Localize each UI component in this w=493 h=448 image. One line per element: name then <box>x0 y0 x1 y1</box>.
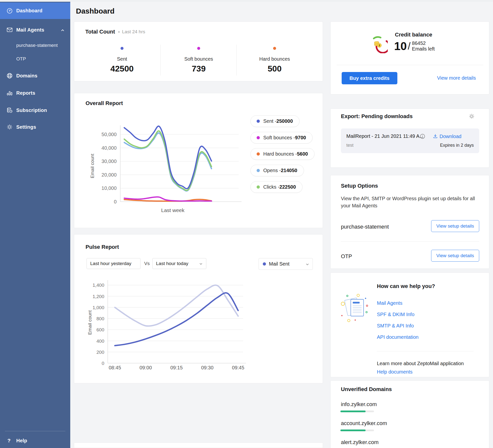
stat-divider <box>160 45 161 75</box>
legend-value: 9700 <box>295 135 306 141</box>
credit-balance-value: 10 / 86452 Emails left <box>394 39 435 53</box>
svg-text:30,000: 30,000 <box>102 159 117 164</box>
legend-pill-hard-bounces[interactable]: Hard bounces -5600 <box>250 148 315 160</box>
overall-report-chart: 010,00020,00030,00040,00050,000Last week… <box>89 118 249 221</box>
chevron-up-icon <box>61 28 65 33</box>
help-link-spf-dkim[interactable]: SPF & DKIM Info <box>377 312 414 317</box>
agent-name: OTP <box>341 253 352 260</box>
compare-right-select[interactable]: Last hour today <box>152 258 206 269</box>
sidebar-item-help[interactable]: ? Help <box>0 434 70 447</box>
pulse-report-title: Pulse Report <box>86 244 119 250</box>
sidebar-item-label: Settings <box>16 124 36 130</box>
legend-label: Soft bounces - <box>263 135 295 141</box>
view-setup-details-button[interactable]: View setup details <box>431 220 479 232</box>
credits-remaining-label: Emails left <box>412 46 435 52</box>
legend-dot <box>257 152 260 156</box>
pulse-report-card: Pulse Report Last hour yesterday Vs Last… <box>74 234 323 383</box>
progress-fill <box>340 411 366 412</box>
help-link-mail-agents[interactable]: Mail Agents <box>377 300 402 306</box>
period-label: Last 24 hrs <box>122 29 145 35</box>
sidebar-item-domains[interactable]: Domains <box>0 69 70 82</box>
mail-sent-dot <box>263 262 266 266</box>
legend-label: Sent - <box>263 118 276 124</box>
progress-fill <box>340 430 366 431</box>
content-bottom-strip <box>74 443 323 448</box>
domain-name: alert.zylker.com <box>341 439 379 446</box>
view-more-details-link[interactable]: View more details <box>437 75 476 81</box>
documents-illustration <box>340 293 369 323</box>
total-count-title: Total Count <box>85 29 115 35</box>
svg-text:09:00: 09:00 <box>140 365 152 370</box>
svg-text:400: 400 <box>96 339 104 344</box>
stat-soft-bounces: Soft bounces 739 <box>169 46 228 73</box>
stat-label: Soft bounces <box>169 56 228 62</box>
stat-value: 500 <box>245 64 304 73</box>
svg-text:1,000: 1,000 <box>92 305 104 310</box>
export-title: Export: Pending downloads <box>341 113 413 120</box>
download-icon <box>433 133 438 140</box>
compare-left-value: Last hour yesterday <box>90 261 131 266</box>
total-count-card: Total Count Last 24 hrs Sent 42500 Soft … <box>74 21 323 81</box>
info-icon[interactable] <box>420 134 425 140</box>
download-link[interactable]: Download <box>440 134 461 139</box>
svg-text:200: 200 <box>96 350 104 355</box>
legend-pill-soft-bounces[interactable]: Soft bounces -9700 <box>250 132 313 143</box>
sidebar-subitem-otp[interactable]: OTP <box>16 56 66 62</box>
setup-options-description: View the API, SMTP or WordPress plugin s… <box>341 195 481 209</box>
series-selector[interactable]: Mail Sent <box>259 258 313 270</box>
stat-label: Hard bounces <box>245 56 304 62</box>
setup-options-card: Setup Options View the API, SMTP or Word… <box>330 175 489 269</box>
setup-options-title: Setup Options <box>341 183 378 189</box>
svg-text:10,000: 10,000 <box>102 185 117 191</box>
legend-dot <box>257 185 260 189</box>
legend-label: Clicks - <box>263 184 280 190</box>
sidebar-item-mail-agents[interactable]: Mail Agents <box>0 23 70 36</box>
sidebar-subitem-purchase-statement[interactable]: purchase-statement <box>16 43 66 48</box>
svg-text:Last week: Last week <box>161 207 185 213</box>
credits-used: 10 <box>394 39 407 53</box>
help-link-smtp-api[interactable]: SMTP & API Info <box>377 323 414 329</box>
svg-text:Email count: Email count <box>87 310 92 335</box>
svg-text:40,000: 40,000 <box>102 145 117 151</box>
coins-icon: $ <box>374 41 382 48</box>
card-divider <box>337 65 483 65</box>
learn-more-text: Learn more about ZeptoMail application <box>377 361 464 366</box>
gear-icon <box>6 124 13 130</box>
mail-icon <box>6 27 13 33</box>
buy-extra-credits-button[interactable]: Buy extra credits <box>342 72 397 84</box>
window-top-edge <box>0 0 493 2</box>
svg-text:1,400: 1,400 <box>92 283 104 288</box>
vs-label: Vs <box>144 261 150 266</box>
sidebar-item-settings[interactable]: Settings <box>0 121 70 133</box>
view-setup-details-button[interactable]: View setup details <box>431 250 479 262</box>
svg-text:0: 0 <box>102 361 104 366</box>
legend-pill-sent[interactable]: Sent -250000 <box>250 115 299 127</box>
report-expiry: Expires in 2 days <box>440 143 474 148</box>
help-link-api-documentation[interactable]: API documentation <box>377 334 419 340</box>
sidebar-item-reports[interactable]: Reports <box>0 87 70 99</box>
svg-text:09:15: 09:15 <box>170 365 183 370</box>
stat-hard-bounces: Hard bounces 500 <box>245 46 304 73</box>
credit-donut-icon: $ <box>368 34 388 53</box>
legend-pill-opens[interactable]: Opens -214050 <box>250 165 304 176</box>
svg-text:800: 800 <box>96 316 104 321</box>
sidebar-item-dashboard[interactable]: Dashboard <box>0 2 70 19</box>
card-divider <box>377 351 474 351</box>
help-documents-link[interactable]: Help documents <box>377 369 413 375</box>
sidebar-item-label: Reports <box>16 90 35 96</box>
legend-pill-clicks[interactable]: Clicks -222500 <box>250 181 302 193</box>
sidebar-divider <box>5 431 65 431</box>
period-dot <box>118 31 120 33</box>
report-tag: test <box>346 143 353 148</box>
stat-sent: Sent 42500 <box>92 46 152 73</box>
question-icon: ? <box>7 438 11 444</box>
card-divider <box>341 241 479 242</box>
legend-value: 214050 <box>281 168 297 173</box>
sidebar-item-subscription[interactable]: Subscription <box>0 104 70 117</box>
report-name: MailReport - 21 Jun 2021 11:49 A... <box>346 133 423 139</box>
svg-text:09:30: 09:30 <box>201 365 213 370</box>
unverified-domains-title: Unverified Domains <box>341 386 392 393</box>
compare-left-select[interactable]: Last hour yesterday <box>87 258 141 269</box>
domain-name: info.zylker.com <box>341 401 377 408</box>
export-settings-gear-icon[interactable] <box>469 113 475 120</box>
